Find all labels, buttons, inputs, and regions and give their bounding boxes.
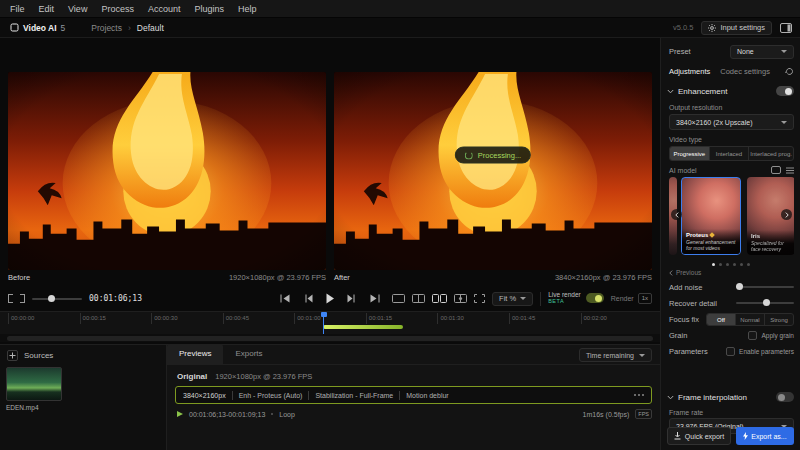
quick-export-button[interactable]: Quick export [667, 427, 731, 445]
carousel-dots[interactable] [661, 259, 800, 268]
more-options-icon[interactable] [634, 394, 644, 396]
timeline[interactable]: 00:00:00 00:00:15 00:00:30 00:00:45 00:0… [0, 311, 660, 342]
quick-export-label: Quick export [685, 433, 724, 440]
chevron-right-icon [785, 212, 789, 218]
source-thumbnail[interactable] [6, 367, 62, 401]
app-logo-icon [10, 23, 19, 32]
reset-icon[interactable] [785, 67, 794, 76]
preview-zoom-slider[interactable] [32, 294, 82, 304]
focus-fix-strong[interactable]: Strong [765, 314, 793, 325]
mark-out-button[interactable] [20, 294, 25, 303]
after-preview[interactable]: Processing... [334, 72, 652, 270]
grid-view-icon[interactable] [771, 166, 781, 174]
render-control[interactable]: Render 1x [611, 293, 652, 304]
timeline-tick: 00:00:00 [8, 313, 80, 324]
timeline-scrollbar[interactable] [0, 334, 660, 342]
apply-grain-checkbox[interactable] [748, 331, 757, 340]
next-frame-button[interactable] [347, 294, 358, 303]
side-by-side-view-icon[interactable] [432, 294, 447, 303]
preset-label: Preset [669, 47, 691, 56]
menu-file[interactable]: File [10, 4, 25, 14]
render-label: Render [611, 295, 634, 302]
loop-label: Loop [279, 411, 295, 418]
skip-to-end-button[interactable] [370, 294, 381, 303]
timeline-ruler[interactable]: 00:00:00 00:00:15 00:00:30 00:00:45 00:0… [8, 313, 652, 324]
tab-previews[interactable]: Previews [167, 344, 223, 364]
carousel-next-button[interactable] [781, 209, 792, 220]
carousel-previous-button[interactable] [671, 209, 682, 220]
enhancement-toggle[interactable] [776, 86, 794, 96]
breadcrumb-projects[interactable]: Projects [91, 23, 122, 33]
premium-icon [710, 232, 716, 238]
play-icon[interactable] [177, 411, 183, 417]
video-type-interlaced-prog[interactable]: Interlaced prog. [749, 147, 793, 160]
breadcrumb-separator: › [128, 23, 131, 33]
output-resolution-value: 3840×2160 (2x Upscale) [676, 119, 752, 126]
current-timecode: 00:01:06;13 [89, 294, 142, 303]
spinner-icon [465, 151, 473, 159]
list-view-icon[interactable] [786, 167, 794, 174]
bolt-icon [743, 432, 748, 440]
frame-interpolation-section-title[interactable]: Frame interpolation [678, 393, 747, 402]
add-noise-label: Add noise [669, 283, 702, 292]
menu-help[interactable]: Help [238, 4, 257, 14]
carousel-previous-link[interactable]: Previous [669, 269, 701, 276]
before-preview[interactable] [8, 72, 326, 270]
menu-view[interactable]: View [68, 4, 87, 14]
chevron-down-icon[interactable] [667, 395, 674, 400]
mark-in-button[interactable] [8, 294, 13, 303]
timeline-tick: 00:00:45 [223, 313, 295, 324]
playhead[interactable] [323, 312, 324, 334]
menu-plugins[interactable]: Plugins [194, 4, 224, 14]
sources-title: Sources [24, 351, 53, 360]
tab-codec-settings[interactable]: Codec settings [720, 67, 770, 76]
breadcrumb-current[interactable]: Default [137, 23, 164, 33]
frame-interpolation-toggle[interactable] [776, 392, 794, 402]
focus-fix-normal[interactable]: Normal [736, 314, 765, 325]
focus-fix-segmented: Off Normal Strong [706, 313, 794, 326]
skip-to-start-button[interactable] [280, 294, 291, 303]
grain-label: Grain [669, 331, 687, 340]
enhancement-section-title[interactable]: Enhancement [678, 87, 727, 96]
previous-frame-button[interactable] [303, 294, 314, 303]
menu-process[interactable]: Process [101, 4, 134, 14]
model-card-proteus[interactable]: Proteus General enhancement for most vid… [681, 177, 741, 255]
chevron-down-icon [781, 121, 787, 124]
play-button[interactable] [326, 293, 335, 304]
recover-detail-slider[interactable] [736, 298, 794, 308]
split-view-icon[interactable] [412, 294, 425, 303]
tab-exports[interactable]: Exports [223, 344, 274, 364]
focus-fix-off[interactable]: Off [707, 314, 736, 325]
video-type-segmented: Progressive Interlaced Interlaced prog. [669, 146, 794, 161]
add-source-button[interactable] [7, 350, 18, 361]
sunset-scene-image [334, 72, 652, 270]
fullscreen-icon[interactable] [474, 294, 485, 303]
export-as-label: Export as... [751, 433, 786, 440]
render-speed-badge: 1x [638, 293, 652, 304]
menu-edit[interactable]: Edit [39, 4, 55, 14]
menu-account[interactable]: Account [148, 4, 181, 14]
preview-item[interactable]: 3840×2160px Enh - Proteus (Auto) Stabili… [175, 386, 652, 404]
add-noise-slider[interactable] [736, 282, 794, 292]
enable-parameters-checkbox[interactable] [726, 347, 735, 356]
compare-slider-view-icon[interactable] [454, 294, 467, 303]
single-view-icon[interactable] [392, 294, 405, 303]
input-settings-button[interactable]: Input settings [701, 21, 772, 35]
tab-adjustments[interactable]: Adjustments [669, 67, 710, 76]
transport-bar: 00:01:06;13 [8, 288, 652, 309]
focus-fix-label: Focus fix [669, 315, 699, 324]
output-resolution-dropdown[interactable]: 3840×2160 (2x Upscale) [669, 114, 794, 130]
live-render-toggle[interactable] [586, 293, 604, 303]
preset-dropdown[interactable]: None [730, 45, 794, 59]
fit-zoom-label: Fit % [499, 294, 516, 303]
fit-zoom-dropdown[interactable]: Fit % [492, 292, 533, 306]
video-type-progressive[interactable]: Progressive [670, 147, 710, 160]
time-remaining-dropdown[interactable]: Time remaining [579, 348, 652, 362]
panel-toggle-icon[interactable] [780, 23, 792, 33]
frame-rate-label: Frame rate [669, 409, 703, 416]
fps-badge: FPS [635, 409, 652, 419]
export-as-button[interactable]: Export as... [736, 427, 794, 445]
version-label: v5.0.5 [673, 23, 693, 32]
chevron-down-icon[interactable] [667, 89, 674, 94]
video-type-interlaced[interactable]: Interlaced [710, 147, 750, 160]
